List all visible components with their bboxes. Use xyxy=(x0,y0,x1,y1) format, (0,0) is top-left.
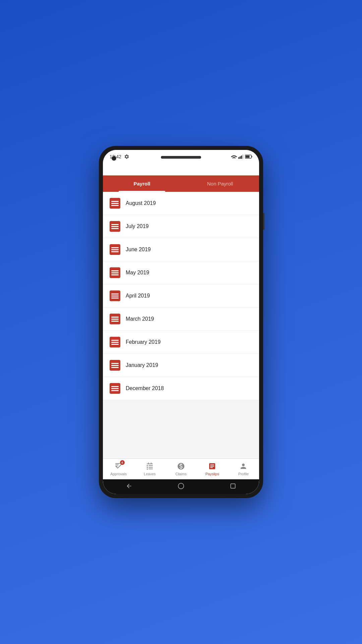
svg-rect-15 xyxy=(148,467,153,468)
leaves-icon-wrap xyxy=(145,462,155,471)
profile-icon xyxy=(239,462,247,470)
payslip-label: March 2019 xyxy=(126,316,154,322)
speaker xyxy=(161,156,201,159)
payslip-label: April 2019 xyxy=(126,293,150,299)
payslip-item-may-2019[interactable]: May 2019 xyxy=(103,261,259,284)
nav-item-leaves[interactable]: Leaves xyxy=(134,462,165,476)
profile-label: Profile xyxy=(238,472,249,476)
payslip-label: December 2018 xyxy=(126,385,164,391)
payslip-list: August 2019 July 2019 June 2019 xyxy=(103,192,259,459)
payslip-item-june-2019[interactable]: June 2019 xyxy=(103,238,259,261)
payslip-item-december-2018[interactable]: December 2018 xyxy=(103,377,259,400)
svg-rect-9 xyxy=(115,466,118,467)
settings-icon xyxy=(124,154,129,159)
payslip-icon xyxy=(110,290,120,301)
payslip-icon xyxy=(110,360,120,371)
app-header xyxy=(103,162,259,175)
approvals-icon-wrap: 4 xyxy=(114,462,123,471)
payslip-item-february-2019[interactable]: February 2019 xyxy=(103,331,259,354)
bottom-nav: 4 Approvals xyxy=(103,459,259,479)
svg-rect-6 xyxy=(252,156,252,157)
leaves-icon xyxy=(146,462,154,470)
battery-icon xyxy=(245,155,252,159)
recents-button[interactable] xyxy=(230,483,236,489)
nav-item-claims[interactable]: Claims xyxy=(165,462,196,476)
payslip-icon xyxy=(110,267,120,278)
payslip-item-january-2019[interactable]: January 2019 xyxy=(103,354,259,377)
home-button[interactable] xyxy=(178,483,184,489)
payslip-label: August 2019 xyxy=(126,200,156,206)
wifi-icon xyxy=(231,154,237,159)
android-nav-bar xyxy=(103,479,259,494)
phone-screen: 12:42 xyxy=(103,150,259,494)
payslip-label: July 2019 xyxy=(126,223,149,229)
svg-rect-7 xyxy=(115,463,120,464)
claims-icon-wrap xyxy=(176,462,186,471)
payslip-label: June 2019 xyxy=(126,247,151,253)
payslip-label: January 2019 xyxy=(126,362,158,368)
payslip-icon xyxy=(110,198,120,209)
payslip-item-april-2019[interactable]: April 2019 xyxy=(103,284,259,308)
payslip-label: May 2019 xyxy=(126,270,149,276)
payslips-icon-wrap xyxy=(207,462,217,471)
payslip-icon xyxy=(110,337,120,347)
claims-label: Claims xyxy=(175,472,187,476)
nav-item-approvals[interactable]: 4 Approvals xyxy=(103,462,134,476)
svg-rect-0 xyxy=(238,157,239,159)
status-right xyxy=(231,154,252,159)
svg-rect-21 xyxy=(210,466,214,467)
approvals-label: Approvals xyxy=(110,472,127,476)
tab-payroll[interactable]: Payroll xyxy=(103,175,181,192)
svg-rect-10 xyxy=(147,464,153,464)
back-button[interactable] xyxy=(126,483,132,489)
svg-point-23 xyxy=(178,483,184,489)
claims-icon xyxy=(177,462,185,470)
svg-rect-22 xyxy=(210,467,213,468)
camera xyxy=(112,156,116,161)
payslip-icon xyxy=(110,314,120,324)
svg-rect-17 xyxy=(148,463,149,464)
svg-rect-5 xyxy=(246,156,250,158)
payslip-icon xyxy=(110,221,120,232)
payslip-icon xyxy=(110,383,120,394)
side-button xyxy=(263,213,264,230)
svg-rect-20 xyxy=(210,465,214,465)
svg-rect-13 xyxy=(147,469,148,470)
svg-rect-16 xyxy=(148,469,153,469)
payslips-icon xyxy=(208,462,216,470)
svg-rect-8 xyxy=(115,465,119,465)
nav-item-payslips[interactable]: Payslips xyxy=(197,462,228,476)
svg-rect-24 xyxy=(231,484,235,488)
svg-rect-3 xyxy=(242,155,243,159)
tab-non-payroll[interactable]: Non Payroll xyxy=(181,175,259,192)
tab-bar: Payroll Non Payroll xyxy=(103,175,259,192)
svg-rect-11 xyxy=(147,465,148,466)
svg-rect-2 xyxy=(241,156,242,159)
payslips-nav-label: Payslips xyxy=(205,472,219,476)
payslip-icon xyxy=(110,244,120,255)
payslip-item-july-2019[interactable]: July 2019 xyxy=(103,215,259,238)
nav-item-profile[interactable]: Profile xyxy=(228,462,259,476)
payslip-label: February 2019 xyxy=(126,339,161,345)
signal-icon xyxy=(238,154,244,159)
svg-rect-14 xyxy=(148,465,153,466)
payslip-item-march-2019[interactable]: March 2019 xyxy=(103,308,259,331)
approvals-badge: 4 xyxy=(120,460,125,465)
svg-rect-18 xyxy=(151,463,152,464)
phone-frame: 12:42 xyxy=(99,146,263,498)
svg-rect-1 xyxy=(240,156,241,159)
svg-rect-12 xyxy=(147,467,148,468)
profile-icon-wrap xyxy=(239,462,248,471)
leaves-label: Leaves xyxy=(144,472,156,476)
payslip-item-august-2019[interactable]: August 2019 xyxy=(103,192,259,215)
